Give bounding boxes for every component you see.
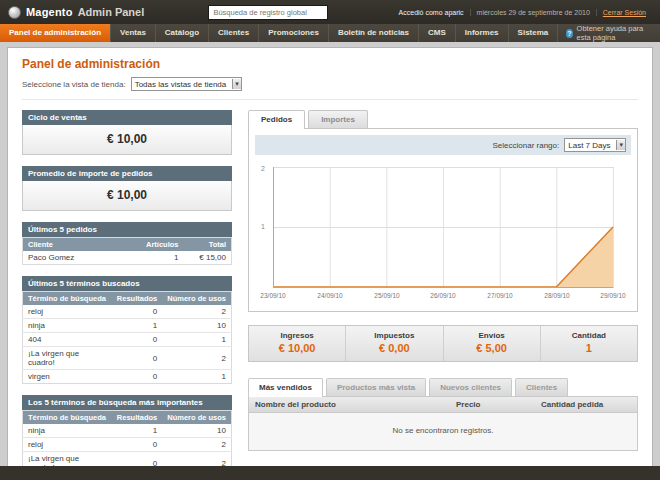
page-help-label: Obtener ayuda para esta página bbox=[577, 24, 652, 42]
y-tick: 1 bbox=[261, 223, 265, 230]
left-column: Ciclo de ventas € 10,00 Promedio de impo… bbox=[22, 110, 232, 480]
items-cell: 1 bbox=[140, 251, 184, 265]
table-row[interactable]: Paco Gomez 1 € 15,00 bbox=[23, 251, 232, 265]
logged-in-user: Accedió como aparic bbox=[393, 9, 470, 16]
tab-nuevos-clientes[interactable]: Nuevos clientes bbox=[429, 378, 512, 396]
chart-tabs: Pedidos Importes bbox=[248, 110, 638, 128]
nav-tab-cms[interactable]: CMS bbox=[419, 24, 456, 42]
results-cell: 0 bbox=[112, 305, 162, 319]
nav-tab-ventas[interactable]: Ventas bbox=[111, 24, 156, 42]
column-header: Precio bbox=[456, 400, 541, 409]
last-orders-table: Cliente Artículos Total Paco Gomez 1 € 1… bbox=[22, 237, 232, 265]
column-header: Término de búsqueda bbox=[23, 411, 112, 425]
nav-tab-boletin[interactable]: Boletín de noticias bbox=[329, 24, 419, 42]
nav-tab-clientes[interactable]: Clientes bbox=[209, 24, 259, 42]
x-tick: 26/09/10 bbox=[430, 292, 455, 299]
right-column: Pedidos Importes Seleccionar rango: Last… bbox=[248, 110, 638, 480]
table-row[interactable]: virgen 0 1 bbox=[23, 370, 232, 384]
stat-label: Ingresos bbox=[249, 331, 345, 340]
table-row[interactable]: reloj 0 2 bbox=[23, 305, 232, 319]
logout-link[interactable]: Cerrar Sesión bbox=[596, 9, 652, 16]
stat-cantidad: Cantidad 1 bbox=[540, 326, 637, 361]
footer-bar bbox=[0, 466, 660, 480]
customer-cell: Paco Gomez bbox=[23, 251, 140, 265]
magento-logo-icon bbox=[8, 6, 21, 19]
top-search-header: Los 5 términos de búsqueda más important… bbox=[22, 395, 232, 410]
global-search-input[interactable] bbox=[208, 5, 328, 20]
lifetime-sales-value: € 10,00 bbox=[22, 125, 232, 155]
chart-svg bbox=[273, 167, 614, 289]
empty-message: No se encontraron registros. bbox=[249, 413, 637, 450]
last-orders-header: Últimos 5 pedidos bbox=[22, 222, 232, 237]
nav-tab-informes[interactable]: Informes bbox=[456, 24, 509, 42]
column-header: Resultados bbox=[112, 411, 162, 425]
table-row[interactable]: ninja 1 10 bbox=[23, 424, 232, 438]
term-cell: ninja bbox=[23, 319, 112, 333]
column-header: Cliente bbox=[23, 238, 140, 252]
stat-ingresos: Ingresos € 10,00 bbox=[249, 326, 345, 361]
uses-cell: 2 bbox=[162, 438, 231, 452]
page-help-link[interactable]: ? Obtener ayuda para esta página bbox=[558, 24, 660, 42]
logo-subtext: Admin Panel bbox=[78, 6, 145, 18]
term-cell: virgen bbox=[23, 370, 112, 384]
last-search-header: Últimos 5 términos buscados bbox=[22, 276, 232, 291]
results-cell: 0 bbox=[112, 333, 162, 347]
content-card: Panel de administración Seleccione la vi… bbox=[7, 47, 653, 480]
table-row[interactable]: 404 0 1 bbox=[23, 333, 232, 347]
orders-chart: 2 1 bbox=[257, 165, 629, 305]
column-header: Término de búsqueda bbox=[23, 292, 112, 306]
range-select[interactable]: Last 7 Days ▾ bbox=[564, 138, 626, 152]
stat-value: € 5,00 bbox=[444, 342, 540, 354]
tab-productos-mas-vista[interactable]: Productos más vista bbox=[326, 378, 426, 396]
logo-text: Magento bbox=[26, 6, 73, 18]
chevron-down-icon: ▾ bbox=[232, 79, 241, 89]
chart-panel: Seleccionar rango: Last 7 Days ▾ 2 1 bbox=[248, 128, 638, 312]
uses-cell: 1 bbox=[162, 333, 231, 347]
nav-tab-catalogo[interactable]: Catálogo bbox=[156, 24, 209, 42]
dashboard-columns: Ciclo de ventas € 10,00 Promedio de impo… bbox=[8, 100, 652, 480]
stat-value: € 10,00 bbox=[249, 342, 345, 354]
x-tick: 28/09/10 bbox=[544, 292, 569, 299]
table-row[interactable]: ninja 1 10 bbox=[23, 319, 232, 333]
nav-tab-dashboard[interactable]: Panel de administración bbox=[0, 24, 111, 42]
term-cell: reloj bbox=[23, 438, 112, 452]
stat-envios: Envíos € 5,00 bbox=[443, 326, 540, 361]
uses-cell: 2 bbox=[162, 305, 231, 319]
table-row[interactable]: ¡La virgen que cuadro! 0 2 bbox=[23, 347, 232, 370]
range-label: Seleccionar rango: bbox=[493, 141, 560, 150]
column-header: Número de usos bbox=[162, 411, 231, 425]
stat-label: Cantidad bbox=[541, 331, 637, 340]
results-cell: 0 bbox=[112, 438, 162, 452]
page-title: Panel de administración bbox=[22, 57, 638, 71]
store-view-select[interactable]: Todas las vistas de tienda ▾ bbox=[131, 77, 242, 91]
top-bar: Magento Admin Panel Accedió como aparic … bbox=[0, 0, 660, 24]
column-header: Resultados bbox=[112, 292, 162, 306]
column-header: Artículos bbox=[140, 238, 184, 252]
x-tick: 29/09/10 bbox=[600, 292, 625, 299]
uses-cell: 10 bbox=[162, 319, 231, 333]
column-header: Cantidad pedida bbox=[541, 400, 631, 409]
store-switcher-label: Seleccione la vista de tienda: bbox=[22, 80, 126, 89]
results-cell: 0 bbox=[112, 347, 162, 370]
nav-tab-promociones[interactable]: Promociones bbox=[259, 24, 329, 42]
tab-clientes[interactable]: Clientes bbox=[515, 378, 568, 396]
current-date: miércoles 29 de septiembre de 2010 bbox=[470, 9, 596, 16]
tab-pedidos[interactable]: Pedidos bbox=[248, 110, 305, 129]
store-view-value: Todas las vistas de tienda bbox=[135, 80, 227, 89]
y-tick: 2 bbox=[261, 165, 265, 172]
lifetime-sales-header: Ciclo de ventas bbox=[22, 110, 232, 125]
range-value: Last 7 Days bbox=[568, 141, 610, 150]
uses-cell: 2 bbox=[162, 347, 231, 370]
tab-importes[interactable]: Importes bbox=[308, 110, 368, 128]
nav-tab-sistema[interactable]: Sistema bbox=[509, 24, 559, 42]
table-row[interactable]: reloj 0 2 bbox=[23, 438, 232, 452]
logo: Magento Admin Panel bbox=[8, 6, 144, 19]
x-tick: 25/09/10 bbox=[374, 292, 399, 299]
stat-impuestos: Impuestos € 0,00 bbox=[345, 326, 442, 361]
stat-label: Impuestos bbox=[346, 331, 442, 340]
store-switcher: Seleccione la vista de tienda: Todas las… bbox=[22, 77, 638, 100]
uses-cell: 1 bbox=[162, 370, 231, 384]
tab-mas-vendidos[interactable]: Más vendidos bbox=[248, 378, 323, 397]
x-tick: 23/09/10 bbox=[260, 292, 285, 299]
term-cell: ¡La virgen que cuadro! bbox=[23, 347, 112, 370]
